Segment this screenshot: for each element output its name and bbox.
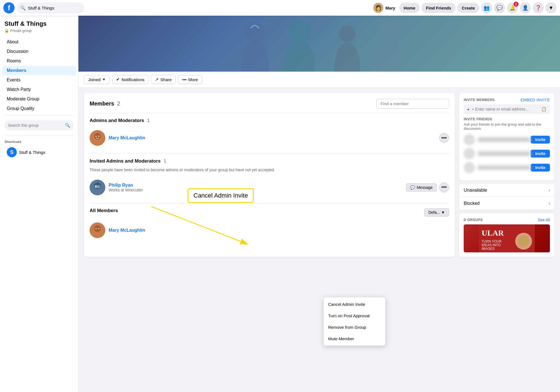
joined-button[interactable]: Joined ▼: [84, 75, 110, 84]
search-group-input[interactable]: [8, 123, 63, 128]
admins-count: 1: [147, 118, 150, 123]
invite-friends-title: INVITE FRIENDS: [464, 117, 550, 121]
notifications-icon-button[interactable]: 🔔 1: [507, 2, 518, 13]
related-groups-header: D GROUPS See All: [464, 218, 550, 222]
invite-friend-row-1: Invite: [464, 134, 550, 145]
shortcut-label: Stuff & Things: [19, 150, 45, 155]
svg-text:TURN YOUR: TURN YOUR: [482, 240, 501, 243]
all-member-row-mary: Mary McLaughlin: [90, 219, 449, 241]
unavailable-row[interactable]: Unavailable ›: [459, 184, 554, 197]
messenger-icon-button[interactable]: 💬: [494, 2, 505, 13]
action-bar: Joined ▼ ✔ Notifications ↗ Share ••• Mor…: [78, 72, 560, 88]
admin-avatar: [90, 130, 105, 146]
lock-icon: 🔒: [4, 29, 9, 33]
blocked-row[interactable]: Blocked ›: [459, 197, 554, 210]
cover-illustration: [221, 16, 417, 72]
find-member-input[interactable]: [376, 99, 449, 109]
dropdown-remove-from-group[interactable]: Remove from Group: [324, 321, 385, 333]
svg-text:IMAGES: IMAGES: [482, 247, 495, 251]
sidebar-item-watch-party[interactable]: Watch Party: [2, 85, 76, 94]
shortcut-stuff-and-things[interactable]: S Stuff & Things: [2, 145, 76, 159]
message-button[interactable]: 💬 Message: [406, 183, 437, 192]
sidebar-item-discussion[interactable]: Discussion: [2, 47, 76, 56]
admin-info: Mary McLaughlin: [109, 135, 439, 140]
home-button[interactable]: Home: [399, 3, 420, 13]
all-member-name[interactable]: Mary McLaughlin: [109, 228, 449, 233]
default-sort-button[interactable]: Defa... ▼: [424, 208, 449, 217]
share-button[interactable]: ↗ Share: [151, 75, 176, 84]
friend-avatar-1: [464, 134, 475, 145]
members-panel: Cancel Admin Invite Members 2: [84, 93, 455, 257]
friend-avatar-3: [464, 162, 475, 173]
all-members-header: All Members Defa... ▼: [90, 208, 449, 217]
svg-point-28: [518, 236, 529, 247]
related-groups-title: D GROUPS: [464, 218, 483, 222]
sidebar-divider2: [4, 135, 74, 135]
dropdown-cancel-admin-invite[interactable]: Cancel Admin Invite: [324, 299, 385, 310]
sidebar-item-moderate-group[interactable]: Moderate Group: [2, 94, 76, 104]
invite-button-2[interactable]: Invite: [531, 150, 550, 158]
invite-friend-row-2: Invite: [464, 148, 550, 159]
svg-point-4: [335, 42, 360, 72]
members-count: 2: [117, 100, 120, 107]
ellipsis-icon: •••: [182, 77, 187, 82]
members-title-section: Members 2: [90, 100, 120, 107]
facebook-logo[interactable]: f: [3, 2, 15, 13]
friends-icon-button[interactable]: 👥: [481, 2, 492, 13]
invite-input-row[interactable]: + 📋: [464, 104, 550, 114]
chevron-right-icon2: ›: [549, 201, 550, 206]
top-navigation: f 🔍 👩 Mary Home Find Friends Create 👥 💬 …: [0, 0, 560, 16]
see-all-link[interactable]: See All: [538, 218, 550, 222]
search-input[interactable]: [28, 6, 78, 10]
nav-right-section: 👩 Mary Home Find Friends Create 👥 💬 🔔 1 …: [371, 2, 557, 14]
svg-text:ULAR: ULAR: [482, 229, 504, 237]
create-button[interactable]: Create: [457, 3, 479, 13]
svg-point-13: [98, 136, 99, 137]
admin-member-row: Mary McLaughlin •••: [90, 127, 449, 149]
nav-user-name: Mary: [386, 6, 395, 10]
cancel-admin-invite-label: Cancel Admin Invite: [188, 188, 254, 203]
invite-members-title: INVITE MEMBERS Embed Invite: [464, 98, 550, 102]
sidebar-item-members[interactable]: Members: [2, 66, 76, 75]
chevron-down-icon: ▼: [102, 78, 106, 81]
admin-more-button[interactable]: •••: [439, 133, 449, 143]
svg-point-20: [95, 228, 97, 229]
search-group-bar[interactable]: 🔍: [4, 120, 74, 130]
more-button[interactable]: ••• More: [178, 75, 202, 84]
expand-icon-button[interactable]: ▼: [545, 2, 557, 13]
dropdown-turn-on-post-approval[interactable]: Turn on Post Approval: [324, 310, 385, 321]
content-area: Cancel Admin Invite Members 2: [78, 88, 560, 262]
svg-point-21: [98, 228, 99, 229]
admin-name[interactable]: Mary McLaughlin: [109, 135, 439, 140]
context-dropdown-menu: Cancel Admin Invite Turn on Post Approva…: [324, 297, 385, 346]
friend-name-3: [478, 165, 531, 170]
chevron-right-icon: ›: [549, 188, 550, 193]
find-friends-button[interactable]: Find Friends: [421, 3, 456, 13]
svg-point-6: [375, 41, 403, 72]
nav-user-profile[interactable]: 👩 Mary: [371, 2, 398, 14]
invited-sub: Works at Wirecutter: [109, 188, 406, 192]
invite-button-1[interactable]: Invite: [531, 136, 550, 144]
svg-point-12: [95, 136, 97, 137]
dropdown-mute-member[interactable]: Mute Member: [324, 333, 385, 344]
mary-avatar-illustration: [90, 130, 105, 146]
sidebar: Stuff & Things 🔒 Private group About Dis…: [0, 16, 78, 392]
notifications-button[interactable]: ✔ Notifications: [112, 75, 149, 84]
sidebar-item-rooms[interactable]: Rooms: [2, 56, 76, 66]
invite-messenger-icon: 📋: [541, 107, 547, 112]
add-person-icon-button[interactable]: 👤: [520, 2, 531, 13]
chevron-down-icon2: ▼: [441, 210, 445, 215]
sidebar-item-events[interactable]: Events: [2, 75, 76, 85]
invited-name[interactable]: Philip Ryan: [109, 183, 406, 188]
invited-avatar: [90, 180, 105, 195]
global-search-bar[interactable]: 🔍: [17, 2, 84, 13]
invite-name-input[interactable]: [472, 107, 539, 111]
related-groups-card: D GROUPS See All ULAR TURN YOUR IDEAS IN…: [459, 213, 554, 257]
all-members-title: All Members: [90, 208, 118, 213]
embed-invite-link[interactable]: Embed Invite: [521, 98, 550, 102]
invite-button-3[interactable]: Invite: [531, 164, 550, 172]
invited-more-button[interactable]: •••: [439, 182, 449, 193]
help-icon-button[interactable]: ❓: [533, 2, 544, 13]
sidebar-item-group-quality[interactable]: Group Quality: [2, 104, 76, 113]
sidebar-item-about[interactable]: About: [2, 37, 76, 47]
